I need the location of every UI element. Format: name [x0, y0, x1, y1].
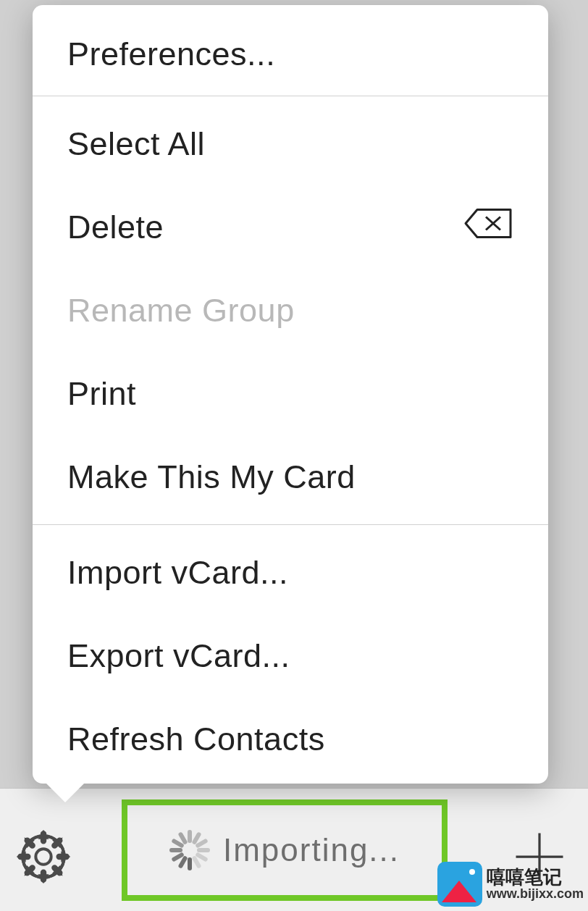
- menu-item-label: Export vCard...: [67, 637, 290, 675]
- watermark-url: www.bijixx.com: [487, 887, 584, 902]
- menu-refresh-contacts[interactable]: Refresh Contacts: [33, 697, 548, 781]
- popover-arrow: [43, 781, 87, 802]
- menu-delete[interactable]: Delete: [33, 185, 548, 269]
- menu-item-label: Delete: [67, 209, 164, 246]
- importing-status-highlight: Importing...: [122, 799, 448, 901]
- menu-select-all[interactable]: Select All: [33, 102, 548, 185]
- menu-item-label: Make This My Card: [67, 458, 356, 496]
- menu-item-label: Refresh Contacts: [67, 721, 325, 758]
- importing-status-text: Importing...: [223, 832, 400, 868]
- spinner-icon: [169, 830, 210, 870]
- watermark-text: 嘻嘻笔记 www.bijixx.com: [487, 867, 584, 902]
- menu-export-vcard[interactable]: Export vCard...: [33, 614, 548, 697]
- menu-import-vcard[interactable]: Import vCard...: [33, 531, 548, 614]
- menu-make-my-card[interactable]: Make This My Card: [33, 435, 548, 519]
- menu-print[interactable]: Print: [33, 352, 548, 435]
- menu-item-label: Preferences...: [67, 35, 275, 73]
- menu-preferences[interactable]: Preferences...: [33, 5, 548, 96]
- menu-rename-group: Rename Group: [33, 269, 548, 352]
- watermark: 嘻嘻笔记 www.bijixx.com: [437, 862, 584, 907]
- menu-item-label: Import vCard...: [67, 554, 288, 592]
- watermark-title: 嘻嘻笔记: [487, 867, 584, 888]
- menu-item-label: Rename Group: [67, 292, 295, 329]
- backspace-icon: [463, 206, 513, 248]
- menu-item-label: Print: [67, 375, 136, 413]
- watermark-logo-icon: [437, 862, 482, 907]
- svg-point-0: [35, 849, 51, 864]
- settings-popover: Preferences... Select All Delete Rename …: [33, 5, 548, 784]
- settings-button[interactable]: [9, 822, 77, 891]
- gear-icon: [14, 828, 72, 886]
- menu-item-label: Select All: [67, 125, 205, 163]
